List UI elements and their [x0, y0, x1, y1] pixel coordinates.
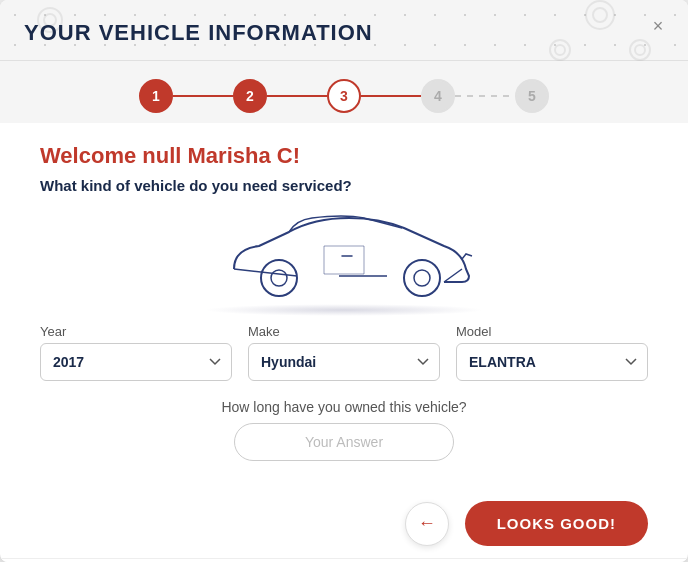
- svg-point-5: [555, 45, 565, 55]
- progress-steps: 1 2 3 4 5: [0, 61, 688, 123]
- looks-good-button[interactable]: LOOKS GOOD!: [465, 501, 648, 546]
- step-5[interactable]: 5: [515, 79, 549, 113]
- step-2[interactable]: 2: [233, 79, 267, 113]
- ownership-question: How long have you owned this vehicle?: [221, 399, 466, 415]
- answer-input[interactable]: [234, 423, 454, 461]
- header: YOUR VEHICLE INFORMATION ×: [0, 0, 688, 61]
- page-title: YOUR VEHICLE INFORMATION: [24, 20, 664, 46]
- year-select[interactable]: 2017: [40, 343, 232, 381]
- vehicle-question: What kind of vehicle do you need service…: [40, 177, 648, 194]
- step-1[interactable]: 1: [139, 79, 173, 113]
- year-field-group: Year 2017: [40, 324, 232, 381]
- car-illustration: [40, 204, 648, 316]
- model-field-group: Model ELANTRA: [456, 324, 648, 381]
- action-buttons: ← LOOKS GOOD!: [0, 493, 688, 558]
- back-button[interactable]: ←: [405, 502, 449, 546]
- main-content: Welcome null Marisha C! What kind of veh…: [0, 123, 688, 493]
- svg-point-10: [261, 260, 297, 296]
- step-connector-2-3: [267, 95, 327, 97]
- footer: Powered by - 🔥 AutoOps: [0, 558, 688, 562]
- car-reflection: [204, 304, 484, 316]
- year-label: Year: [40, 324, 232, 339]
- vehicle-dropdowns: Year 2017 Make Hyundai Model ELANTRA: [40, 324, 648, 381]
- step-connector-3-4: [361, 95, 421, 97]
- step-connector-1-2: [173, 95, 233, 97]
- model-select[interactable]: ELANTRA: [456, 343, 648, 381]
- step-4[interactable]: 4: [421, 79, 455, 113]
- step-3[interactable]: 3: [327, 79, 361, 113]
- svg-point-11: [271, 270, 287, 286]
- svg-point-9: [414, 270, 430, 286]
- make-select[interactable]: Hyundai: [248, 343, 440, 381]
- svg-point-8: [404, 260, 440, 296]
- model-label: Model: [456, 324, 648, 339]
- modal: YOUR VEHICLE INFORMATION × 1 2 3 4 5 Wel…: [0, 0, 688, 562]
- close-button[interactable]: ×: [644, 12, 672, 40]
- step-connector-4-5: [455, 95, 515, 97]
- car-image: [204, 204, 484, 304]
- welcome-message: Welcome null Marisha C!: [40, 143, 648, 169]
- svg-point-7: [635, 45, 645, 55]
- make-label: Make: [248, 324, 440, 339]
- make-field-group: Make Hyundai: [248, 324, 440, 381]
- ownership-section: How long have you owned this vehicle?: [40, 399, 648, 461]
